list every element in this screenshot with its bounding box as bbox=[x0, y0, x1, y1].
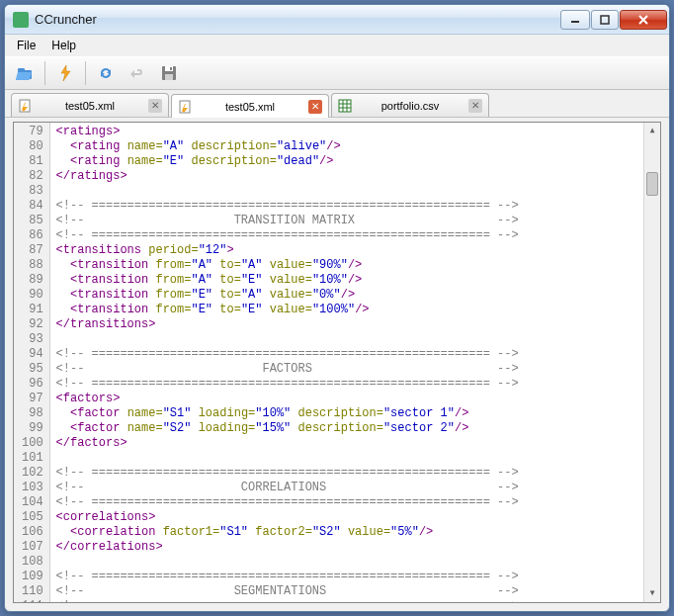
tab-close-button[interactable]: ✕ bbox=[468, 99, 482, 113]
line-number: 82 bbox=[22, 169, 43, 184]
line-number: 80 bbox=[22, 139, 43, 154]
code-line: <transition from="E" to="A" value="0%"/> bbox=[56, 288, 643, 303]
menu-file[interactable]: File bbox=[9, 36, 43, 55]
undo-button[interactable] bbox=[124, 59, 151, 87]
refresh-icon bbox=[97, 64, 115, 82]
tab-label: portfolio.csv bbox=[358, 100, 463, 112]
scroll-up-icon[interactable]: ▴ bbox=[644, 123, 660, 139]
code-line: <!-- TRANSITION MATRIX --> bbox=[56, 214, 643, 228]
xml-file-icon bbox=[18, 99, 32, 113]
line-number: 89 bbox=[22, 273, 43, 288]
tab-close-button[interactable]: ✕ bbox=[308, 100, 322, 114]
code-line: <transition from="E" to="E" value="100%"… bbox=[56, 303, 643, 317]
csv-file-icon bbox=[338, 99, 352, 113]
code-line: <!-- ===================================… bbox=[56, 570, 643, 584]
menu-help[interactable]: Help bbox=[43, 36, 84, 55]
tab-portfolio-csv[interactable]: portfolio.csv✕ bbox=[331, 93, 489, 117]
line-number: 93 bbox=[22, 332, 43, 347]
svg-marker-7 bbox=[61, 65, 70, 81]
code-line bbox=[56, 555, 643, 570]
toolbar-separator bbox=[44, 61, 45, 85]
svg-rect-16 bbox=[339, 100, 351, 112]
code-line: <rating name="A" description="alive"/> bbox=[56, 139, 643, 154]
line-number: 99 bbox=[22, 421, 43, 436]
run-button[interactable] bbox=[51, 59, 79, 87]
line-number: 88 bbox=[22, 258, 43, 273]
code-line: </ratings> bbox=[56, 169, 643, 184]
code-line: <transitions period="12"> bbox=[56, 243, 643, 258]
code-line: <!-- ===================================… bbox=[56, 347, 643, 362]
line-number: 102 bbox=[22, 466, 43, 481]
code-line: <!-- ===================================… bbox=[56, 599, 643, 602]
line-number: 106 bbox=[22, 525, 43, 540]
code-line: <transition from="A" to="A" value="90%"/… bbox=[56, 258, 643, 273]
open-button[interactable] bbox=[11, 59, 39, 87]
code-line: <!-- ===================================… bbox=[56, 495, 643, 510]
line-number: 103 bbox=[22, 481, 43, 495]
tab-label: test05.xml bbox=[198, 101, 302, 113]
close-button[interactable] bbox=[620, 10, 667, 30]
code-line: <!-- ===================================… bbox=[56, 228, 643, 243]
line-number: 108 bbox=[22, 555, 43, 570]
line-number: 111 bbox=[22, 599, 43, 602]
code-line: <!-- SEGMENTATIONS --> bbox=[56, 584, 643, 599]
code-line: <factor name="S1" loading="10%" descript… bbox=[56, 406, 643, 421]
code-line: <!-- CORRELATIONS --> bbox=[56, 481, 643, 495]
code-line: </transitions> bbox=[56, 317, 643, 332]
titlebar[interactable]: CCruncher bbox=[5, 5, 669, 35]
svg-rect-11 bbox=[170, 67, 172, 70]
code-line: <correlations> bbox=[56, 510, 643, 525]
svg-rect-6 bbox=[16, 72, 32, 80]
code-line: <factors> bbox=[56, 392, 643, 406]
line-number: 95 bbox=[22, 362, 43, 377]
xml-file-icon bbox=[178, 100, 192, 114]
line-number: 107 bbox=[22, 540, 43, 555]
editor-area: 7980818283848586878889909192939495969798… bbox=[13, 122, 661, 603]
line-number: 101 bbox=[22, 451, 43, 466]
code-line: <ratings> bbox=[56, 125, 643, 139]
line-number: 83 bbox=[22, 184, 43, 199]
lightning-icon bbox=[56, 64, 74, 82]
tabbar: test05.xml✕test05.xml✕portfolio.csv✕ bbox=[5, 90, 669, 118]
tab-test05-xml[interactable]: test05.xml✕ bbox=[11, 93, 169, 117]
maximize-icon bbox=[600, 15, 610, 25]
svg-rect-5 bbox=[18, 68, 25, 71]
minimize-icon bbox=[570, 15, 580, 25]
code-line: </correlations> bbox=[56, 540, 643, 555]
line-number: 84 bbox=[22, 199, 43, 214]
code-line: <!-- FACTORS --> bbox=[56, 362, 643, 377]
code-line: <!-- ===================================… bbox=[56, 199, 643, 214]
scroll-thumb[interactable] bbox=[646, 172, 658, 196]
save-icon bbox=[160, 64, 178, 82]
undo-icon bbox=[128, 64, 146, 82]
code-line bbox=[56, 332, 643, 347]
maximize-button[interactable] bbox=[591, 10, 619, 30]
save-button[interactable] bbox=[155, 59, 183, 87]
code-line bbox=[56, 451, 643, 466]
tab-test05-xml[interactable]: test05.xml✕ bbox=[171, 94, 329, 118]
line-number: 79 bbox=[22, 125, 43, 139]
line-gutter: 7980818283848586878889909192939495969798… bbox=[14, 123, 50, 602]
scroll-down-icon[interactable]: ▾ bbox=[644, 585, 660, 602]
line-number: 105 bbox=[22, 510, 43, 525]
vertical-scrollbar[interactable]: ▴ ▾ bbox=[643, 123, 660, 602]
code-line: <!-- ===================================… bbox=[56, 466, 643, 481]
close-icon bbox=[637, 14, 649, 26]
tab-close-button[interactable]: ✕ bbox=[148, 99, 162, 113]
minimize-button[interactable] bbox=[560, 10, 590, 30]
code-line: <transition from="A" to="E" value="10%"/… bbox=[56, 273, 643, 288]
window-title: CCruncher bbox=[35, 12, 560, 27]
code-line: <correlation factor1="S1" factor2="S2" v… bbox=[56, 525, 643, 540]
line-number: 96 bbox=[22, 377, 43, 392]
code-line: <rating name="E" description="dead"/> bbox=[56, 154, 643, 169]
code-view[interactable]: <ratings> <rating name="A" description="… bbox=[50, 123, 643, 602]
line-number: 104 bbox=[22, 495, 43, 510]
line-number: 87 bbox=[22, 243, 43, 258]
app-icon bbox=[13, 12, 29, 28]
menubar: File Help bbox=[5, 35, 669, 56]
line-number: 91 bbox=[22, 303, 43, 317]
code-line: <factor name="S2" loading="15%" descript… bbox=[56, 421, 643, 436]
refresh-button[interactable] bbox=[92, 59, 120, 87]
line-number: 97 bbox=[22, 392, 43, 406]
line-number: 85 bbox=[22, 214, 43, 228]
